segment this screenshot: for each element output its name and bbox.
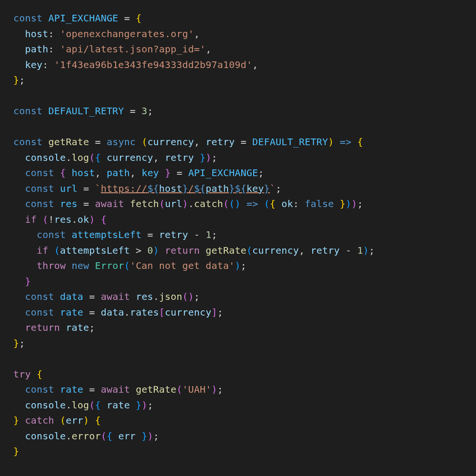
id-err: err: [66, 415, 83, 426]
str-uah: 'UAH': [182, 384, 211, 395]
id-path: path: [25, 43, 48, 55]
id-data: data: [60, 291, 83, 302]
str-https: https://: [101, 183, 148, 194]
str-errmsg: 'Can not get data': [130, 260, 235, 271]
code-block: const API_EXCHANGE = { host: 'openexchan…: [0, 0, 476, 470]
id-api-exchange: API_EXCHANGE: [48, 12, 118, 24]
id-getrate: getRate: [48, 136, 89, 148]
str-host: 'openexchangerates.org': [60, 28, 194, 40]
id-attempts: attemptsLeft: [71, 229, 141, 240]
id-key: key: [25, 59, 42, 70]
id-url: url: [60, 183, 78, 194]
str-path: 'api/latest.json?app_id=': [60, 43, 206, 55]
num-3: 3: [141, 105, 147, 117]
id-host: host: [25, 28, 48, 40]
cls-error: Error: [95, 260, 124, 271]
str-key: '1f43ea96b1e343fe94333dd2b97a109d': [54, 59, 252, 70]
id-res: res: [60, 198, 78, 209]
kw-const: const: [13, 12, 42, 24]
id-default-retry: DEFAULT_RETRY: [48, 105, 124, 117]
kw-async: async: [107, 136, 136, 148]
kw-catch: catch: [25, 415, 54, 426]
kw-try: try: [13, 368, 31, 380]
id-rate: rate: [60, 307, 83, 318]
